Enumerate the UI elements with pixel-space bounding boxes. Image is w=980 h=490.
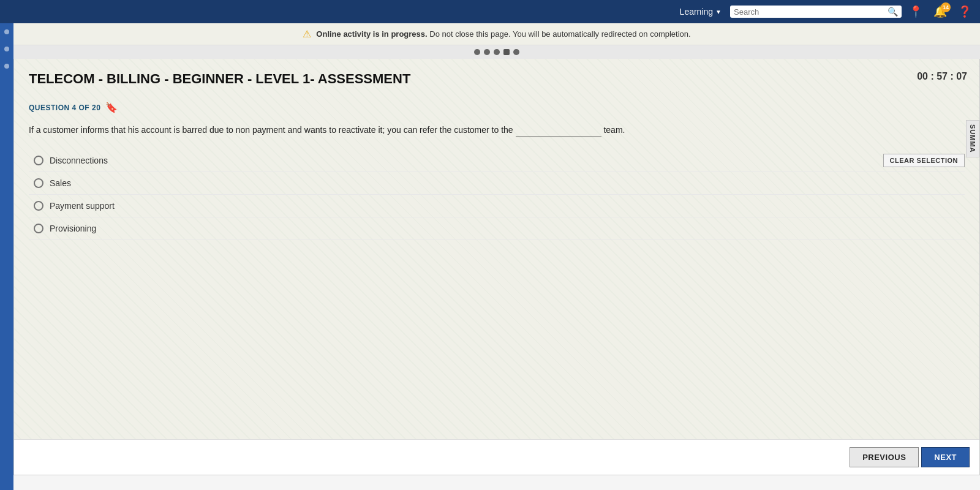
location-icon: 📍 (909, 6, 922, 18)
sidebar-dot-3 (4, 64, 9, 69)
progress-dots (13, 45, 980, 59)
warning-icon: ⚠ (303, 28, 311, 40)
left-sidebar (0, 23, 13, 490)
option-label-4: Provisioning (50, 224, 96, 233)
warning-banner: ⚠ Online activity is in progress. Do not… (13, 23, 980, 45)
question-text-before: If a customer informs that his account i… (29, 125, 513, 135)
radio-button-1[interactable] (34, 156, 43, 165)
question-text-after: team. (603, 125, 625, 135)
sidebar-dot-2 (4, 47, 9, 51)
bottom-navigation: PREVIOUS NEXT (14, 439, 979, 475)
progress-dot-2 (484, 49, 490, 55)
sidebar-dot-1 (4, 29, 9, 34)
help-button[interactable]: ❓ (954, 4, 975, 20)
assessment-card: TELECOM - BILLING - BEGINNER - LEVEL 1- … (13, 59, 980, 475)
learning-label: Learning (680, 7, 714, 17)
question-counter: QUESTION 4 OF 20 (29, 104, 100, 112)
option-label-3: Payment support (50, 201, 115, 211)
help-icon: ❓ (958, 6, 971, 18)
question-header: QUESTION 4 OF 20 🔖 (29, 102, 965, 113)
search-bar: 🔍 (730, 6, 902, 18)
chevron-down-icon: ▼ (715, 9, 722, 15)
learning-menu-button[interactable]: Learning ▼ (675, 4, 726, 19)
radio-button-4[interactable] (34, 224, 43, 233)
question-blank (516, 123, 601, 137)
progress-dot-5 (513, 49, 519, 55)
progress-dot-4 (503, 49, 510, 55)
summary-button[interactable]: SUMMA (966, 120, 979, 157)
progress-dot-3 (494, 49, 500, 55)
radio-button-3[interactable] (34, 201, 43, 211)
clear-selection-button[interactable]: CLEAR SELECTION (883, 154, 965, 167)
option-item-1[interactable]: Disconnections (29, 149, 965, 172)
bookmark-icon[interactable]: 🔖 (105, 102, 118, 113)
options-list: Disconnections Sales Payment support Pro… (29, 149, 965, 240)
option-label-2: Sales (50, 178, 71, 188)
notification-badge: 14 (941, 2, 951, 12)
top-navigation: Learning ▼ 🔍 📍 🔔 14 ❓ (0, 0, 980, 23)
warning-text: Online activity is in progress. Do not c… (316, 29, 690, 39)
next-button[interactable]: NEXT (921, 447, 970, 467)
search-input[interactable] (734, 7, 885, 17)
previous-button[interactable]: PREVIOUS (850, 447, 919, 467)
question-text: If a customer informs that his account i… (29, 123, 965, 137)
location-icon-button[interactable]: 📍 (905, 4, 926, 20)
notifications-button[interactable]: 🔔 14 (930, 4, 951, 20)
option-item-2[interactable]: Sales (29, 172, 965, 195)
option-label-1: Disconnections (50, 156, 108, 165)
search-icon: 🔍 (888, 7, 898, 17)
main-content: TELECOM - BILLING - BEGINNER - LEVEL 1- … (13, 59, 980, 490)
option-item-3[interactable]: Payment support (29, 195, 965, 217)
warning-text-bold: Online activity is in progress. (316, 29, 427, 39)
timer-display: 00 : 57 : 07 (917, 71, 967, 82)
assessment-title: TELECOM - BILLING - BEGINNER - LEVEL 1- … (29, 71, 965, 92)
radio-button-2[interactable] (34, 178, 43, 188)
warning-text-detail: Do not close this page. You will be auto… (429, 29, 690, 39)
option-item-4[interactable]: Provisioning (29, 217, 965, 240)
progress-dot-1 (474, 49, 480, 55)
